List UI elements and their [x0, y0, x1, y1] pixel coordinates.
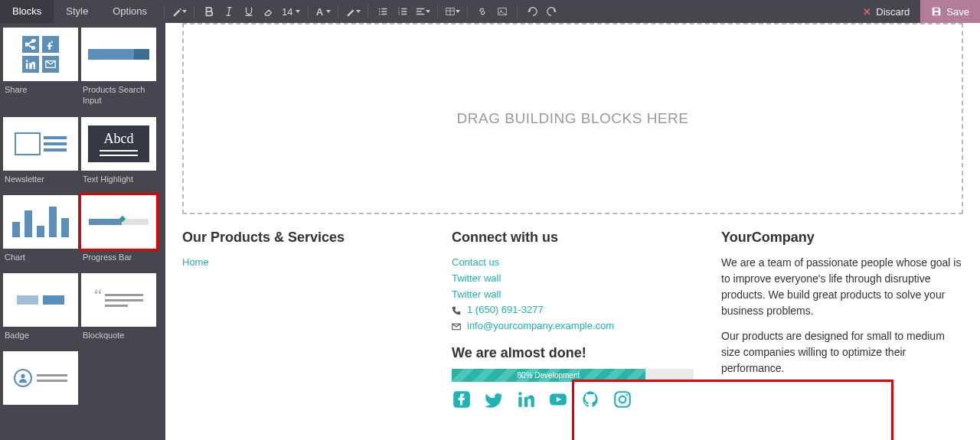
separator	[517, 5, 518, 18]
page-footer: Our Products & Services Home Connect wit…	[165, 230, 980, 409]
svg-point-20	[626, 394, 628, 396]
block-label	[3, 405, 78, 416]
facebook-icon[interactable]	[452, 389, 472, 409]
block-share[interactable]	[3, 28, 78, 81]
footer-email[interactable]: info@yourcompany.example.com	[467, 318, 614, 334]
svg-rect-9	[26, 63, 28, 69]
svg-point-16	[518, 392, 521, 395]
svg-point-10	[26, 60, 28, 62]
tab-options[interactable]: Options	[100, 0, 159, 23]
progress-heading: We are almost done!	[452, 345, 694, 361]
phone-icon	[452, 306, 461, 315]
underline-icon[interactable]	[239, 0, 259, 23]
separator	[368, 5, 368, 18]
ul-icon[interactable]	[373, 0, 393, 23]
tab-style[interactable]: Style	[54, 0, 100, 23]
editor-canvas: DRAG BUILDING BLOCKS HERE Our Products &…	[165, 23, 980, 440]
svg-text:3: 3	[398, 12, 400, 15]
footer-link-twitter-wall[interactable]: Twitter wall	[452, 271, 694, 287]
footer-heading: YourCompany	[721, 230, 963, 246]
bold-icon[interactable]	[199, 0, 219, 23]
footer-link-contact[interactable]: Contact us	[452, 255, 694, 271]
footer-col-company: YourCompany We are a team of passionate …	[721, 230, 963, 409]
svg-rect-15	[518, 397, 521, 407]
footer-heading: Our Products & Services	[182, 230, 424, 246]
company-text: We are a team of passionate people whose…	[721, 255, 963, 319]
separator	[437, 5, 438, 18]
discard-button[interactable]: ✕Discard	[852, 0, 920, 23]
footer-col-connect: Connect with us Contact us Twitter wall …	[452, 230, 694, 409]
youtube-icon[interactable]	[548, 389, 568, 409]
github-icon[interactable]	[580, 389, 600, 409]
linkedin-icon[interactable]	[516, 389, 536, 409]
block-label: Share	[3, 81, 78, 103]
block-user[interactable]	[3, 351, 78, 405]
block-progress-bar[interactable]	[81, 195, 156, 249]
email-icon	[452, 322, 461, 331]
block-label: Text Highlight	[81, 171, 156, 192]
twitter-icon[interactable]	[484, 389, 504, 409]
svg-point-0	[379, 8, 381, 10]
footer-phone[interactable]: 1 (650) 691-3277	[467, 302, 544, 318]
block-label: Products Search Input	[81, 81, 156, 114]
undo-icon[interactable]	[522, 0, 542, 23]
close-icon: ✕	[863, 6, 871, 18]
block-label: Blockquote	[81, 327, 156, 348]
separator	[467, 5, 468, 18]
block-products-search[interactable]	[81, 28, 156, 81]
save-button[interactable]: Save	[920, 0, 980, 23]
editor-toolbar: Blocks Style Options 14 A 123 ✕Discard S…	[0, 0, 980, 23]
separator	[308, 5, 309, 18]
contact-phone-row: 1 (650) 691-3277	[452, 302, 694, 318]
svg-point-1	[379, 11, 381, 12]
block-label: Newsletter	[3, 171, 78, 192]
separator	[164, 5, 165, 18]
company-text: Our products are designed for small to m…	[721, 328, 963, 376]
block-text-highlight[interactable]: Abcd	[81, 117, 156, 171]
svg-point-19	[619, 396, 626, 403]
blocks-sidebar: Share Products Search Input Newsletter A…	[0, 23, 165, 440]
save-icon	[931, 6, 942, 17]
footer-heading: Connect with us	[452, 230, 694, 246]
magic-icon[interactable]	[169, 0, 189, 23]
svg-point-2	[379, 14, 381, 15]
block-badge[interactable]	[3, 273, 78, 327]
instagram-icon[interactable]	[612, 389, 632, 409]
block-label: Chart	[3, 249, 78, 270]
footer-col-products: Our Products & Services Home	[182, 230, 424, 409]
block-blockquote[interactable]: “	[81, 273, 156, 327]
link-icon[interactable]	[472, 0, 492, 23]
redo-icon[interactable]	[542, 0, 562, 23]
highlight-icon[interactable]	[343, 0, 363, 23]
ol-icon[interactable]: 123	[393, 0, 413, 23]
block-label: Badge	[3, 327, 78, 348]
image-icon[interactable]	[492, 0, 512, 23]
font-color-icon[interactable]: A	[313, 0, 333, 23]
block-chart[interactable]	[3, 195, 78, 249]
separator	[338, 5, 338, 18]
svg-rect-18	[615, 392, 630, 407]
progress-section: We are almost done! 80% Development	[452, 345, 694, 409]
svg-point-12	[21, 374, 24, 378]
italic-icon[interactable]	[219, 0, 239, 23]
block-label: Progress Bar	[81, 249, 156, 270]
align-icon[interactable]	[413, 0, 433, 23]
progress-fill: 80% Development	[452, 369, 645, 382]
font-size-select[interactable]: 14	[279, 6, 303, 18]
progress-bar: 80% Development	[452, 369, 694, 382]
footer-link-twitter-wall[interactable]: Twitter wall	[452, 287, 694, 303]
social-icons	[452, 389, 694, 409]
dropzone[interactable]: DRAG BUILDING BLOCKS HERE	[182, 23, 963, 214]
contact-email-row: info@yourcompany.example.com	[452, 318, 694, 334]
block-newsletter[interactable]	[3, 117, 78, 171]
table-icon[interactable]	[443, 0, 462, 23]
eraser-icon[interactable]	[259, 0, 279, 23]
footer-link-home[interactable]: Home	[182, 255, 424, 271]
tab-blocks[interactable]: Blocks	[0, 0, 54, 23]
separator	[194, 5, 194, 18]
